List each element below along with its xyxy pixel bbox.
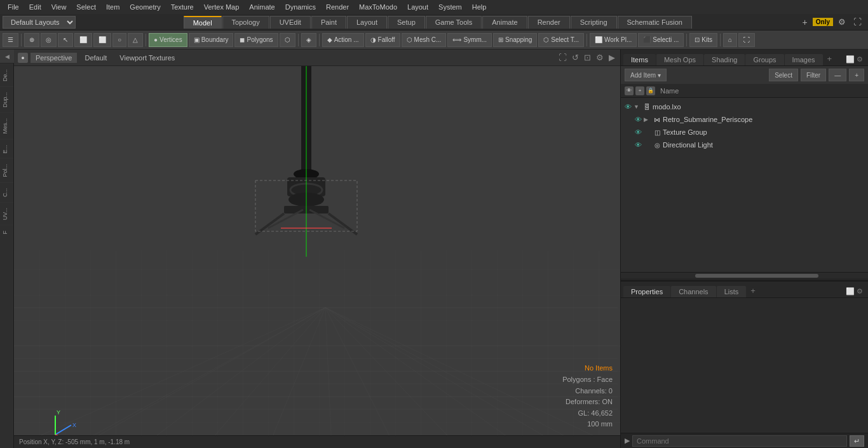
menu-select[interactable]: Select [72,2,100,12]
menu-layout[interactable]: Layout [403,2,432,12]
work-pl-button[interactable]: ⬜ Work Pl... [590,33,637,47]
tab-items[interactable]: Items [623,54,656,65]
menu-animate[interactable]: Animate [245,2,278,12]
expand-icon-modo[interactable]: ▼ [634,104,641,110]
tri-select-button[interactable]: △ [128,33,143,47]
kits-button[interactable]: ⊡ Kits [689,33,717,47]
expand-viewport-button[interactable]: ⛶ [738,33,755,47]
menu-render[interactable]: Render [322,2,353,12]
add-layout-tab-button[interactable]: + [800,17,810,27]
tab-groups[interactable]: Groups [745,54,783,65]
falloff-dropdown-button[interactable]: ◑ Falloff [365,33,400,47]
command-go-button[interactable]: ↵ [850,435,864,447]
prop-collapse-icon[interactable]: ⬜ [846,287,855,295]
sidebar-item-pol[interactable]: Pol... [0,158,13,182]
menu-view[interactable]: View [48,2,71,12]
tab-model[interactable]: Model [184,16,222,29]
viewport-shading-label[interactable]: Default [79,53,112,63]
scene-tree[interactable]: 👁 ▼ 🗄 modo.lxo 👁 ▶ ⋈ Retro_Submarine_Per… [621,98,868,272]
boundary-button[interactable]: ▣ Boundary [189,33,234,47]
select-t-button[interactable]: ⬡ Select T... [538,33,584,47]
symm-button[interactable]: ⟺ Symm... [447,33,492,47]
select-arrow-button[interactable]: ↖ [58,33,73,47]
add-item-button[interactable]: Add Item ▾ [625,69,667,81]
visibility-col-icon[interactable]: 👁 [625,86,634,95]
tree-item-retro-sub[interactable]: 👁 ▶ ⋈ Retro_Submarine_Periscope [621,113,868,126]
circle-select-button[interactable]: ○ [112,33,126,47]
tab-paint[interactable]: Paint [311,16,346,29]
viewport-info-icon[interactable]: ▶ [607,52,616,63]
add-item-dropdown-icon[interactable]: ▾ [658,72,661,79]
symmetry-icon-button[interactable]: ◈ [301,33,316,47]
selecti-button[interactable]: ⬛ Selecti ... [638,33,684,47]
global-center-button[interactable]: ⊕ [24,33,39,47]
home-button[interactable]: ⌂ [723,33,737,47]
viewport-texture-label[interactable]: Viewport Textures [114,53,180,63]
panel-collapse-icon[interactable]: ⬜ [846,55,855,64]
panel-expand-icon[interactable]: ⚙ [857,55,863,64]
add-prop-tab-button[interactable]: + [747,284,759,297]
transform-button[interactable]: ⬜ [74,33,92,47]
visibility-icon-texture[interactable]: 👁 [634,128,642,137]
sidebar-item-de[interactable]: De... [0,64,13,86]
lock-col-icon[interactable]: 🔒 [646,86,655,95]
select-filter-button[interactable]: Select [769,69,798,81]
tree-item-texture-grp[interactable]: 👁 ◫ Texture Group [621,126,868,139]
prop-settings-icon[interactable]: ⚙ [857,287,863,295]
tab-render[interactable]: Render [528,16,570,29]
viewport-camera-label[interactable]: Perspective [31,53,77,63]
settings-icon[interactable]: ⚙ [836,17,848,27]
tab-setup[interactable]: Setup [388,16,425,29]
tree-item-dir-light[interactable]: 👁 ◎ Directional Light [621,139,868,151]
toggle-panel-button[interactable]: ☰ [3,33,18,47]
menu-system[interactable]: System [435,2,466,12]
sidebar-collapse-button[interactable]: ◀ [0,50,14,64]
falloff-cone-button[interactable]: ◎ [41,33,57,47]
tab-scripting[interactable]: Scripting [571,16,617,29]
menu-texture[interactable]: Texture [167,2,198,12]
sidebar-item-e[interactable]: E... [0,139,13,159]
tab-uvedit[interactable]: UVEdit [270,16,311,29]
sidebar-item-c[interactable]: C... [0,182,13,202]
fullscreen-icon[interactable]: ⛶ [851,17,864,27]
tab-channels[interactable]: Channels [671,286,715,297]
menu-vertex-map[interactable]: Vertex Map [200,2,243,12]
sidebar-item-mes[interactable]: Mes... [0,112,13,139]
tab-gametools[interactable]: Game Tools [426,16,482,29]
tab-layout[interactable]: Layout [347,16,387,29]
items-settings-button[interactable]: — [829,69,846,81]
sidebar-item-dup[interactable]: Dup... [0,86,13,112]
add-col-icon[interactable]: + [635,86,644,95]
tab-animate[interactable]: Animate [482,16,527,29]
viewport-fit-icon[interactable]: ⊡ [583,52,592,63]
visibility-icon-light[interactable]: 👁 [634,140,642,149]
tab-images[interactable]: Images [785,54,823,65]
menu-file[interactable]: File [4,2,23,12]
only-badge[interactable]: Only [813,18,833,26]
viewport-canvas[interactable]: X Z Y No Items Polygons : Face Channels:… [14,66,620,435]
mesh-c-button[interactable]: ⬡ Mesh C... [402,33,447,47]
viewport-settings-icon[interactable]: ⚙ [595,52,605,63]
add-panel-tab-button[interactable]: + [824,52,836,65]
rotate-button[interactable]: ⬜ [93,33,111,47]
viewport-maximize-icon[interactable]: ⛶ [557,52,568,63]
menu-item[interactable]: Item [102,2,123,12]
items-add-col-button[interactable]: + [849,69,864,81]
menu-edit[interactable]: Edit [25,2,45,12]
tab-schematic[interactable]: Schematic Fusion [618,16,692,29]
polygons-button[interactable]: ◼ Polygons [234,33,278,47]
viewport-rotate-icon[interactable]: ↺ [571,52,580,63]
visibility-icon-modo[interactable]: 👁 [623,102,632,111]
viewport-toggle-button[interactable]: ● [18,53,28,63]
menu-help[interactable]: Help [468,2,491,12]
menu-dynamics[interactable]: Dynamics [281,2,320,12]
filter-button[interactable]: Filter [801,69,826,81]
layout-dropdown[interactable]: Default Layouts [3,16,76,29]
menu-geometry[interactable]: Geometry [126,2,164,12]
expand-icon-retro[interactable]: ▶ [644,116,651,123]
tab-mesh-ops[interactable]: Mesh Ops [656,54,703,65]
sidebar-item-f[interactable]: F [0,225,13,240]
command-input[interactable] [632,435,847,447]
tab-properties[interactable]: Properties [623,286,670,297]
menu-maxtomodo[interactable]: MaxToModo [355,2,401,12]
